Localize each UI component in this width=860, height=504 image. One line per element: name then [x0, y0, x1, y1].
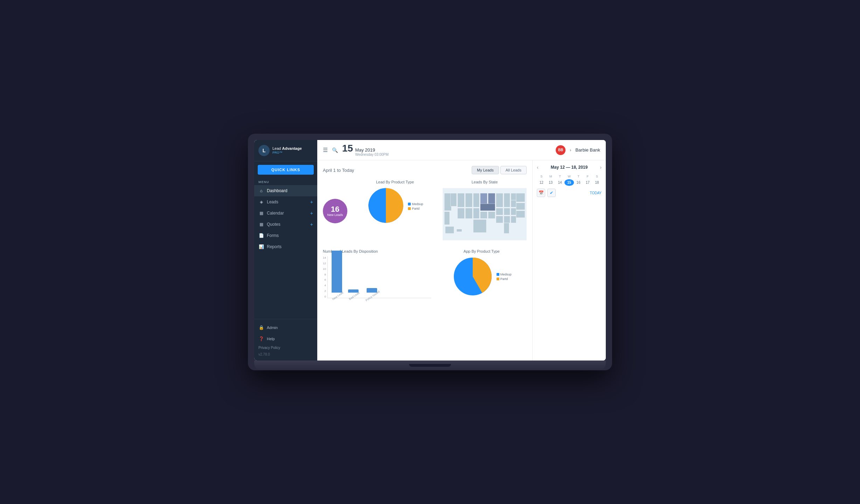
search-icon[interactable]: 🔍 [332, 147, 338, 153]
lead-by-product-chart: Lead By Product Type [353, 180, 437, 242]
dashboard-body: April 1 to Today My Leads All Leads 16 N… [317, 160, 606, 360]
cal-day-13[interactable]: 13 [546, 179, 555, 186]
cal-day-16[interactable]: 16 [574, 179, 583, 186]
medsup-dot-2 [497, 273, 499, 276]
cal-day-14[interactable]: 14 [555, 179, 564, 186]
svg-rect-31 [445, 226, 454, 233]
bar-chart-container: Number of Leads By Disposition 0 2 4 6 8… [323, 249, 431, 298]
sidebar-item-label: Reports [267, 244, 282, 249]
version-text: v2.78.0 [254, 351, 317, 358]
menu-label: MENU [254, 178, 317, 185]
svg-rect-21 [511, 208, 516, 215]
svg-rect-24 [516, 193, 525, 202]
bar-new-lead: New Lead [331, 251, 343, 298]
svg-rect-5 [458, 193, 465, 207]
calendar-next-button[interactable]: › [600, 164, 602, 170]
medsup-label: Medsup [412, 202, 423, 206]
lead-by-product-title: Lead By Product Type [353, 180, 437, 184]
svg-rect-6 [465, 193, 472, 207]
bar-chart-inner: New Lead Bad Lead Policy Issued [327, 256, 431, 298]
app-by-product-title: App By Product Type [437, 249, 527, 253]
us-map-svg [443, 188, 527, 240]
sidebar: L Lead Advantage PRO™ QUICK LINKS MENU ⌂… [254, 140, 317, 360]
svg-rect-25 [516, 203, 525, 210]
lock-icon: 🔒 [258, 325, 264, 330]
calendar-prev-button[interactable]: ‹ [537, 164, 539, 170]
svg-rect-22 [504, 216, 510, 223]
sidebar-item-dashboard[interactable]: ⌂ Dashboard [254, 185, 317, 196]
header-username: Barbie Bank [575, 147, 600, 153]
sidebar-item-reports[interactable]: 📊 Reports [254, 241, 317, 252]
bar-chart-area-wrapper: 0 2 4 6 8 10 12 14 [323, 256, 431, 298]
medsup-legend-2: Medsup [497, 273, 512, 276]
sidebar-item-admin[interactable]: 🔒 Admin [254, 322, 317, 333]
cal-day-18[interactable]: 18 [592, 179, 602, 186]
header-day-number: 15 [342, 144, 353, 153]
header-chevron-icon: › [570, 148, 571, 153]
pie-2-legend: Medsup Partd [497, 273, 512, 281]
pie-chart-1-container: Medsup Partd [353, 186, 437, 226]
svg-rect-13 [496, 193, 503, 207]
sidebar-item-quotes[interactable]: ▦ Quotes + [254, 219, 317, 230]
logo-text: Lead Advantage PRO™ [272, 146, 302, 155]
sidebar-item-help[interactable]: ❓ Help [254, 333, 317, 344]
quotes-plus-icon[interactable]: + [310, 222, 313, 227]
forms-icon: 📄 [258, 233, 264, 238]
medsup-legend-1: Medsup [408, 202, 423, 206]
leads-plus-icon[interactable]: + [310, 199, 313, 205]
bar-policy-issued: Policy Issued [363, 288, 380, 298]
sidebar-item-label: Dashboard [267, 188, 287, 193]
partd-label-2: Partd [500, 277, 508, 281]
sidebar-item-label: Help [267, 337, 275, 341]
partd-legend-2: Partd [497, 277, 512, 281]
leads-toggle: My Leads All Leads [472, 166, 527, 174]
bar-bad-lead-label: Bad Lead [348, 291, 360, 301]
sidebar-item-leads[interactable]: ◈ Leads + [254, 196, 317, 208]
privacy-policy-link[interactable]: Privacy Policy [254, 344, 317, 351]
calendar-plus-icon[interactable]: + [310, 210, 313, 216]
sidebar-item-forms[interactable]: 📄 Forms [254, 230, 317, 241]
calendar-task-button[interactable]: ✔ [547, 189, 556, 197]
svg-rect-29 [496, 216, 503, 223]
svg-rect-8 [458, 208, 465, 219]
svg-rect-2 [444, 193, 451, 211]
svg-rect-30 [504, 223, 509, 233]
menu-toggle-icon[interactable]: ☰ [323, 147, 328, 153]
cal-day-17[interactable]: 17 [583, 179, 592, 186]
svg-rect-19 [504, 208, 510, 215]
leads-icon: ◈ [258, 199, 264, 205]
day-header-thu: T [574, 174, 583, 179]
svg-rect-9 [465, 208, 472, 219]
today-button[interactable]: TODAY [590, 191, 602, 195]
leads-by-state-title: Leads By State [443, 180, 527, 184]
my-leads-button[interactable]: My Leads [472, 166, 499, 174]
header-month-year: May 2019 [355, 147, 388, 153]
partd-label: Partd [412, 207, 419, 210]
laptop-notch [409, 364, 451, 367]
bar-bad-lead: Bad Lead [347, 289, 359, 298]
svg-rect-7 [473, 193, 480, 207]
calendar-event-button[interactable]: 📅 [537, 189, 545, 197]
dashboard-header-row: April 1 to Today My Leads All Leads [323, 166, 527, 174]
svg-rect-18 [511, 193, 516, 200]
svg-rect-26 [516, 211, 525, 218]
logo-pro: PRO™ [272, 151, 302, 155]
all-leads-button[interactable]: All Leads [500, 166, 527, 174]
sidebar-item-calendar[interactable]: ▦ Calendar + [254, 208, 317, 219]
svg-rect-3 [444, 212, 450, 225]
cal-day-12[interactable]: 12 [537, 179, 546, 186]
partd-dot [408, 207, 411, 210]
day-header-sat: S [592, 174, 602, 179]
day-header-tue: T [555, 174, 564, 179]
calendar-header: ‹ May 12 — 18, 2019 › [537, 164, 602, 170]
sidebar-logo: L Lead Advantage PRO™ [254, 140, 317, 161]
cal-day-15-today[interactable]: 15 [564, 179, 574, 186]
header-day-time: Wednesday 03:00PM [355, 153, 388, 156]
app-by-product-chart: App By Product Type [437, 249, 527, 298]
quick-links-button[interactable]: QUICK LINKS [258, 165, 314, 175]
laptop-container: L Lead Advantage PRO™ QUICK LINKS MENU ⌂… [248, 134, 612, 370]
new-leads-badge: 16 New Leads [323, 199, 347, 223]
logo-icon: L [258, 145, 270, 156]
quotes-icon: ▦ [258, 222, 264, 227]
day-header-fri: F [583, 174, 592, 179]
